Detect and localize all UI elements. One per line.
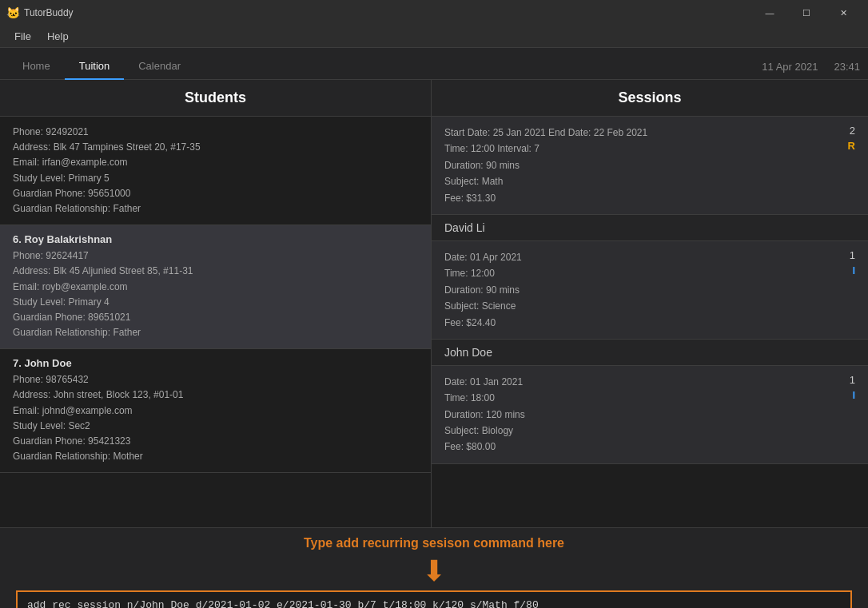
- student-guardian-rel: Guardian Relationship: Father: [13, 201, 418, 217]
- sessions-list[interactable]: Start Date: 25 Jan 2021 End Date: 22 Feb…: [432, 117, 868, 527]
- session-item[interactable]: Date: 01 Apr 2021 Time: 12:00 Duration: …: [432, 241, 868, 340]
- student-email: Email: royb@example.com: [13, 280, 418, 295]
- tab-datetime: 11 Apr 2021 23:41: [762, 61, 860, 79]
- tabbar: Home Tuition Calendar 11 Apr 2021 23:41: [0, 48, 868, 80]
- bottom-area: Type add recurring sesison command here …: [0, 527, 868, 608]
- titlebar: 🐱 TutorBuddy — ☐ ✕: [0, 0, 868, 26]
- session-duration: Duration: 120 mins: [444, 407, 831, 423]
- session-duration: Duration: 90 mins: [444, 282, 831, 298]
- student-name: 7. John Doe: [13, 357, 418, 369]
- session-subject: Subject: Science: [444, 298, 831, 314]
- tab-calendar[interactable]: Calendar: [124, 54, 195, 80]
- session-type-badge: I: [852, 389, 855, 401]
- student-address: Address: Blk 47 Tampines Street 20, #17-…: [13, 140, 418, 155]
- session-time: Time: 18:00: [444, 390, 831, 406]
- command-input-container[interactable]: [16, 590, 852, 608]
- student-phone: Phone: 98765432: [13, 372, 418, 387]
- students-title: Students: [0, 80, 431, 117]
- session-type-badge: I: [852, 264, 855, 276]
- session-person-name: David Li: [432, 215, 868, 241]
- session-count: 1: [850, 374, 855, 386]
- time-display: 23:41: [834, 61, 860, 73]
- session-fee: Fee: $24.40: [444, 315, 831, 331]
- session-subject: Subject: Biology: [444, 423, 831, 439]
- session-subject: Subject: Math: [444, 173, 831, 189]
- session-fee: Fee: $80.00: [444, 439, 831, 455]
- student-phone: Phone: 92492021: [13, 125, 418, 140]
- student-name: 6. Roy Balakrishnan: [13, 233, 418, 245]
- student-guardian-phone: Guardian Phone: 89651021: [13, 310, 418, 325]
- session-type-badge: R: [848, 140, 855, 152]
- session-side: 1 I: [831, 374, 855, 401]
- student-item[interactable]: 7. John Doe Phone: 98765432 Address: Joh…: [0, 349, 431, 473]
- app-icon: 🐱: [6, 6, 19, 19]
- student-details: Phone: 92492021 Address: Blk 47 Tampines…: [13, 125, 418, 217]
- session-duration: Duration: 90 mins: [444, 157, 831, 173]
- student-address: Address: John street, Block 123, #01-01: [13, 387, 418, 403]
- student-address: Address: Blk 45 Aljunied Street 85, #11-…: [13, 264, 418, 279]
- student-email: Email: johnd@example.com: [13, 403, 418, 419]
- session-item[interactable]: Start Date: 25 Jan 2021 End Date: 22 Feb…: [432, 117, 868, 215]
- session-side: 1 I: [831, 249, 855, 276]
- session-count: 2: [850, 125, 855, 137]
- arrow-down-icon: ⬇: [422, 557, 446, 586]
- close-button[interactable]: ✕: [825, 0, 862, 26]
- session-side: 2 R: [831, 125, 855, 152]
- session-date: Date: 01 Jan 2021: [444, 374, 831, 390]
- student-guardian-rel: Guardian Relationship: Father: [13, 325, 418, 340]
- menu-file[interactable]: File: [6, 27, 39, 46]
- session-group: Start Date: 25 Jan 2021 End Date: 22 Feb…: [432, 117, 868, 215]
- session-item[interactable]: Date: 01 Jan 2021 Time: 18:00 Duration: …: [432, 366, 868, 464]
- session-fee: Fee: $31.30: [444, 190, 831, 206]
- students-list[interactable]: Phone: 92492021 Address: Blk 47 Tampines…: [0, 117, 431, 527]
- session-time: Time: 12:00: [444, 265, 831, 281]
- hint-text: Type add recurring sesison command here: [304, 536, 564, 550]
- session-count: 1: [850, 249, 855, 261]
- student-guardian-phone: Guardian Phone: 95651000: [13, 186, 418, 201]
- sessions-panel: Sessions Start Date: 25 Jan 2021 End Dat…: [432, 80, 868, 527]
- student-study-level: Study Level: Primary 5: [13, 171, 418, 186]
- session-group: John Doe Date: 01 Jan 2021 Time: 18:00 D…: [432, 340, 868, 464]
- student-item[interactable]: Phone: 92492021 Address: Blk 47 Tampines…: [0, 117, 431, 225]
- main-content: Students Phone: 92492021 Address: Blk 47…: [0, 80, 868, 527]
- menu-help[interactable]: Help: [39, 27, 77, 46]
- student-phone: Phone: 92624417: [13, 248, 418, 264]
- app-title: TutorBuddy: [24, 7, 74, 18]
- session-start-date: Start Date: 25 Jan 2021 End Date: 22 Feb…: [444, 125, 831, 141]
- student-study-level: Study Level: Primary 4: [13, 295, 418, 310]
- session-time-interval: Time: 12:00 Interval: 7: [444, 141, 831, 157]
- session-group: David Li Date: 01 Apr 2021 Time: 12:00 D…: [432, 215, 868, 340]
- session-person-name: John Doe: [432, 340, 868, 366]
- sessions-title: Sessions: [432, 80, 868, 117]
- date-display: 11 Apr 2021: [762, 61, 818, 73]
- students-panel: Students Phone: 92492021 Address: Blk 47…: [0, 80, 432, 527]
- minimize-button[interactable]: —: [751, 0, 788, 26]
- maximize-button[interactable]: ☐: [788, 0, 825, 26]
- command-input[interactable]: [27, 599, 841, 608]
- student-item[interactable]: 6. Roy Balakrishnan Phone: 92624417 Addr…: [0, 225, 431, 349]
- session-date: Date: 01 Apr 2021: [444, 249, 831, 265]
- student-study-level: Study Level: Sec2: [13, 419, 418, 434]
- student-guardian-phone: Guardian Phone: 95421323: [13, 434, 418, 449]
- session-info: Date: 01 Jan 2021 Time: 18:00 Duration: …: [444, 374, 831, 455]
- student-guardian-rel: Guardian Relationship: Mother: [13, 449, 418, 464]
- session-info: Date: 01 Apr 2021 Time: 12:00 Duration: …: [444, 249, 831, 331]
- student-details: Phone: 92624417 Address: Blk 45 Aljunied…: [13, 248, 418, 340]
- tab-home[interactable]: Home: [8, 54, 65, 80]
- menubar: File Help: [0, 26, 868, 48]
- session-info: Start Date: 25 Jan 2021 End Date: 22 Feb…: [444, 125, 831, 206]
- window-controls: — ☐ ✕: [751, 0, 862, 26]
- tab-tuition[interactable]: Tuition: [65, 54, 125, 80]
- student-email: Email: irfan@example.com: [13, 155, 418, 170]
- student-details: Phone: 98765432 Address: John street, Bl…: [13, 372, 418, 464]
